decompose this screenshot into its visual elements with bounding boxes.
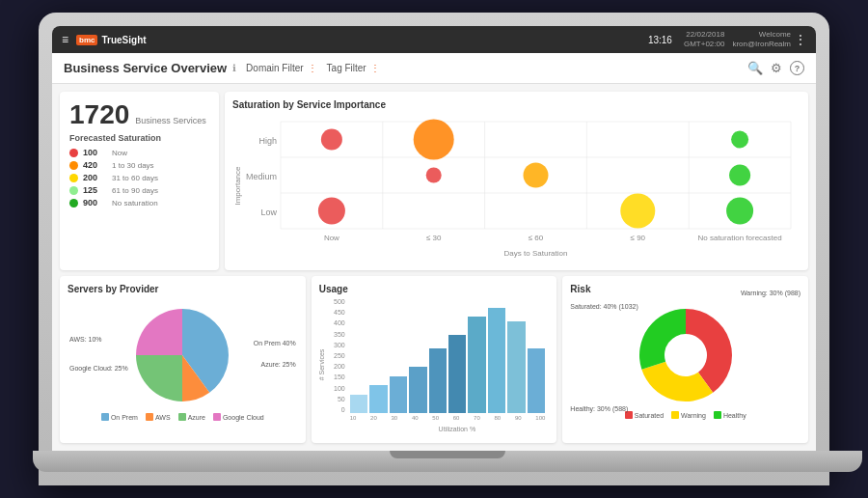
x-tick: 100 [535, 415, 545, 421]
y-tick: 250 [334, 352, 345, 359]
laptop-notch [390, 451, 505, 458]
saturation-row: 200 31 to 60 days [69, 173, 209, 182]
legend-label: Google Cloud [223, 414, 264, 421]
svg-point-27 [729, 165, 750, 186]
legend-item: AWS [146, 413, 171, 421]
svg-text:Medium: Medium [246, 172, 277, 181]
legend-label: On Prem [111, 414, 138, 421]
svg-point-20 [321, 129, 342, 151]
sat-dot [69, 149, 78, 157]
svg-text:Days to Saturation: Days to Saturation [504, 249, 568, 258]
risk-legend-color [671, 411, 679, 419]
pie-labels-right: On Prem 40% Azure: 25% [254, 338, 296, 372]
nav-date: 22/02/2018 GMT+02:00 [684, 30, 724, 50]
legend-item: Google Cloud [213, 413, 264, 421]
legend-label: Azure [188, 414, 205, 421]
nav-time: 13:16 [648, 35, 672, 45]
svg-point-26 [731, 131, 748, 149]
svg-text:Now: Now [324, 234, 339, 242]
servers-chart-panel: Servers by Provider AWS: 10% Google Clou… [60, 276, 306, 443]
sat-number: 900 [83, 198, 107, 208]
forecasted-saturation-title: Forecasted Saturation [69, 133, 209, 143]
sat-description: No saturation [112, 199, 158, 208]
sat-number: 420 [83, 160, 107, 170]
svg-text:Importance: Importance [233, 166, 242, 206]
y-tick: 500 [334, 298, 345, 305]
x-tick: 90 [515, 415, 522, 421]
y-tick: 50 [338, 396, 345, 402]
pie-labels-left: AWS: 10% Google Cloud: 25% [69, 334, 128, 375]
servers-legend: On PremAWSAzureGoogle Cloud [68, 413, 298, 421]
sat-description: Now [112, 149, 127, 157]
x-tick: 30 [391, 415, 397, 421]
risk-saturated-label: Saturated: 40% (1032) [570, 303, 637, 310]
sat-dot [69, 186, 78, 195]
azure-label: Azure: 25% [254, 360, 296, 373]
usage-bar [390, 376, 407, 413]
sat-dot [69, 161, 78, 170]
title-info-icon[interactable]: ℹ [232, 63, 236, 73]
y-tick: 400 [334, 319, 345, 326]
risk-healthy-label: Healthy: 30% (588) [570, 405, 628, 412]
sat-number: 125 [83, 185, 107, 195]
saturation-row: 420 1 to 30 days [69, 160, 209, 170]
usage-y-axis: 500450400350300250200150100500 [319, 298, 348, 413]
bmc-logo: bmc [76, 35, 97, 45]
tag-filter-icon[interactable]: ⋮ [370, 63, 380, 73]
x-tick: 40 [412, 415, 419, 421]
usage-bar [409, 367, 426, 413]
risk-legend-item: Saturated [625, 411, 664, 419]
usage-chart-panel: Usage # Services 50045040035030025020015… [312, 276, 557, 443]
usage-bar [528, 348, 545, 413]
risk-legend-color [714, 411, 721, 419]
top-row: 1720 Business Services Forecasted Satura… [60, 92, 808, 270]
domain-filter-icon[interactable]: ⋮ [308, 63, 317, 73]
svg-text:≤ 30: ≤ 30 [426, 234, 442, 242]
saturation-rows: 100 Now 420 1 to 30 days 200 31 to 60 da… [69, 148, 209, 208]
legend-label: AWS [155, 414, 171, 421]
sat-description: 61 to 90 days [112, 186, 158, 195]
usage-chart-title: Usage [319, 284, 550, 294]
aws-label: AWS: 10% [69, 334, 128, 346]
usage-bar [468, 317, 485, 413]
nav-menu-icon[interactable]: ⋮ [795, 33, 806, 46]
risk-legend-item: Healthy [714, 411, 746, 419]
svg-text:≤ 60: ≤ 60 [529, 234, 544, 242]
settings-icon[interactable]: ⚙ [771, 61, 782, 75]
y-tick: 100 [334, 385, 345, 392]
main-content: 1720 Business Services Forecasted Satura… [52, 84, 816, 451]
domain-filter-label[interactable]: Domain Filter [246, 63, 303, 73]
legend-color [213, 413, 221, 421]
sat-dot [69, 199, 78, 208]
onprem-label: On Prem 40% [254, 338, 296, 350]
hamburger-icon[interactable]: ≡ [62, 33, 68, 46]
servers-pie-container: AWS: 10% Google Cloud: 25% On Prem 40% A… [68, 298, 298, 411]
usage-bars [350, 298, 546, 413]
x-tick: 60 [453, 415, 460, 421]
tag-filter-label[interactable]: Tag Filter [327, 63, 366, 73]
nav-bar: ≡ bmc TrueSight 13:16 22/02/2018 GMT+02:… [52, 26, 816, 53]
nav-welcome: Welcome kron@IronRealm [732, 30, 791, 50]
x-tick: 50 [432, 415, 439, 421]
svg-text:High: High [258, 136, 277, 146]
y-tick: 150 [334, 374, 345, 380]
servers-pie-svg [129, 302, 235, 408]
usage-bar [369, 385, 387, 413]
search-icon[interactable]: 🔍 [747, 61, 763, 75]
bubble-svg: HighMediumLowImportanceNow≤ 30≤ 60≤ 90No… [232, 114, 800, 258]
risk-warning-label: Warning: 30% (988) [741, 290, 800, 296]
truesight-logo-text: TrueSight [101, 35, 146, 45]
nav-logo: bmc TrueSight [76, 35, 147, 45]
svg-point-24 [524, 163, 549, 188]
legend-item: Azure [178, 413, 205, 421]
help-icon[interactable]: ? [790, 61, 804, 75]
svg-point-25 [620, 194, 655, 229]
svg-point-23 [414, 120, 454, 160]
sub-header: Business Service Overview ℹ Domain Filte… [52, 53, 816, 84]
laptop-base [33, 451, 862, 472]
bottom-row: Servers by Provider AWS: 10% Google Clou… [60, 276, 808, 443]
svg-point-22 [426, 168, 442, 183]
sat-number: 200 [83, 173, 107, 182]
usage-bar [488, 308, 505, 413]
y-tick: 450 [334, 309, 345, 316]
